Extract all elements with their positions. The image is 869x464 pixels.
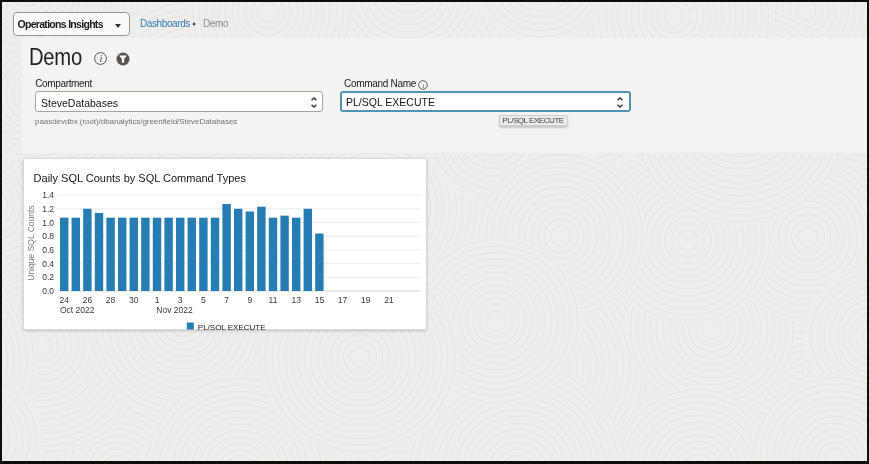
svg-text:0.2: 0.2 <box>42 272 54 282</box>
svg-text:28: 28 <box>106 295 116 305</box>
svg-text:i: i <box>99 53 102 64</box>
svg-text:26: 26 <box>83 295 93 305</box>
svg-text:24: 24 <box>59 295 69 305</box>
svg-text:7: 7 <box>224 295 229 305</box>
svg-text:5: 5 <box>201 295 206 305</box>
svg-text:0.0: 0.0 <box>42 286 54 296</box>
svg-text:9: 9 <box>247 295 252 305</box>
svg-text:19: 19 <box>361 295 371 305</box>
svg-text:0.6: 0.6 <box>42 245 54 255</box>
svg-text:11: 11 <box>269 295 278 305</box>
svg-text:30: 30 <box>129 295 139 305</box>
svg-text:Daily SQL Counts by SQL Comman: Daily SQL Counts by SQL Command Types <box>34 172 247 184</box>
svg-text:13: 13 <box>291 295 301 305</box>
svg-text:3: 3 <box>178 295 183 305</box>
svg-text:i: i <box>422 81 424 89</box>
svg-text:0.8: 0.8 <box>42 231 54 241</box>
svg-text:21: 21 <box>384 295 394 305</box>
svg-text:1.0: 1.0 <box>42 218 54 228</box>
svg-text:0.4: 0.4 <box>42 259 54 269</box>
svg-text:PL/SQL EXECUTE: PL/SQL EXECUTE <box>198 323 266 331</box>
svg-text:Unique SQL Counts: Unique SQL Counts <box>26 205 36 280</box>
svg-text:1.2: 1.2 <box>42 204 54 214</box>
svg-text:Oct 2022: Oct 2022 <box>60 305 95 315</box>
svg-text:1.4: 1.4 <box>42 190 54 200</box>
svg-text:17: 17 <box>338 295 348 305</box>
svg-text:Nov 2022: Nov 2022 <box>156 305 193 315</box>
svg-text:1: 1 <box>155 295 160 305</box>
svg-text:15: 15 <box>315 295 325 305</box>
